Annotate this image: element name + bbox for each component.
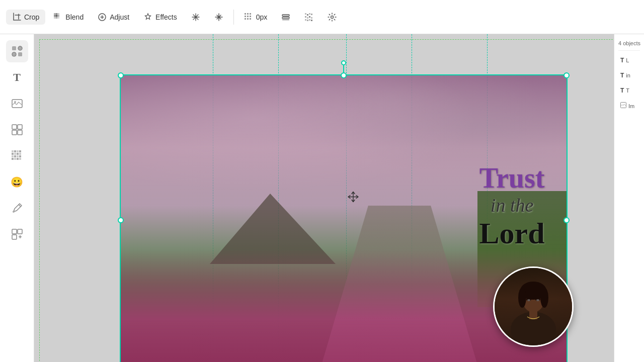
rotation-line [343, 64, 344, 75]
svg-rect-5 [245, 13, 246, 15]
layer-item-4[interactable]: Im [618, 100, 640, 112]
svg-point-72 [527, 299, 530, 301]
grid-small-icon [244, 13, 253, 22]
text-layer-icon-2: T [620, 72, 624, 79]
rotation-handle[interactable] [341, 60, 346, 65]
settings-button[interactable] [321, 10, 343, 25]
webcam-overlay [493, 266, 574, 347]
stack-button[interactable] [275, 10, 296, 25]
svg-rect-30 [12, 46, 16, 50]
blend-icon [53, 13, 62, 22]
move-cursor [348, 192, 359, 205]
svg-point-58 [13, 211, 15, 213]
emoji-icon: 😀 [11, 176, 23, 188]
svg-rect-8 [245, 16, 246, 17]
position-value-button[interactable]: 0px [238, 10, 274, 25]
svg-rect-6 [247, 13, 249, 15]
svg-rect-43 [14, 150, 16, 152]
text-layer-icon-3: T [620, 87, 624, 94]
svg-rect-61 [12, 235, 17, 239]
svg-rect-22 [307, 17, 308, 19]
adjust-button[interactable]: Adjust [92, 10, 135, 25]
noise-button[interactable] [298, 10, 319, 25]
svg-rect-57 [19, 158, 21, 160]
sidebar-add-button[interactable] [6, 223, 28, 245]
sidebar-emoji-button[interactable]: 😀 [6, 171, 28, 193]
svg-rect-38 [12, 125, 17, 129]
position-icon [214, 13, 223, 22]
svg-rect-21 [305, 16, 306, 18]
svg-rect-56 [17, 158, 19, 160]
svg-rect-44 [17, 150, 19, 152]
star-button[interactable] [185, 10, 206, 25]
toolbar-separator [233, 10, 234, 25]
star-icon [191, 13, 200, 22]
sidebar-pattern-button[interactable] [6, 145, 28, 167]
svg-rect-14 [282, 15, 289, 16]
svg-rect-24 [311, 17, 312, 19]
trust-line2: in the [479, 194, 545, 216]
layer-item-2[interactable]: T in [618, 70, 640, 81]
svg-rect-60 [18, 229, 22, 234]
layer-label-2: in [626, 72, 630, 78]
svg-rect-42 [12, 150, 14, 152]
trust-text-block: Trust in the Lord [479, 162, 545, 251]
sidebar-paint-button[interactable] [6, 197, 28, 219]
svg-rect-7 [250, 13, 251, 15]
svg-rect-16 [282, 20, 289, 20]
crop-button[interactable]: Crop [6, 10, 45, 25]
add-icon [12, 229, 23, 240]
sidebar-text-button[interactable]: T [6, 66, 28, 88]
svg-rect-53 [19, 155, 21, 157]
svg-rect-10 [250, 16, 251, 17]
layer-item-1[interactable]: T L [618, 55, 640, 66]
effects-button[interactable]: Effects [137, 10, 183, 25]
svg-rect-59 [12, 229, 17, 234]
svg-rect-12 [247, 18, 249, 20]
position-button[interactable] [208, 10, 229, 25]
layer-label-3: T [626, 87, 629, 94]
svg-rect-40 [12, 130, 17, 135]
sidebar-elements-button[interactable] [6, 40, 28, 62]
crop-label: Crop [24, 13, 39, 21]
svg-rect-39 [18, 125, 22, 129]
svg-rect-27 [309, 19, 310, 21]
svg-point-67 [540, 288, 548, 308]
svg-rect-52 [17, 155, 19, 157]
main-layout: T [0, 34, 644, 362]
left-sidebar: T [0, 34, 34, 362]
image-layer-icon [620, 102, 626, 110]
svg-point-29 [331, 16, 334, 18]
svg-rect-48 [17, 153, 19, 155]
svg-point-66 [518, 288, 526, 308]
sidebar-image-button[interactable] [6, 93, 28, 115]
svg-rect-41 [18, 130, 22, 135]
sidebar-grid-button[interactable] [6, 119, 28, 141]
svg-rect-13 [250, 18, 251, 20]
layer-item-3[interactable]: T T [618, 85, 640, 96]
blend-button[interactable]: Blend [47, 10, 90, 25]
text-sidebar-icon: T [13, 71, 21, 84]
svg-rect-15 [282, 17, 289, 19]
objects-count: 4 objects [618, 40, 640, 51]
noise-icon [304, 13, 313, 22]
person-silhouette [498, 272, 569, 342]
svg-rect-47 [14, 153, 16, 155]
svg-rect-50 [12, 155, 14, 157]
canvas-area[interactable]: Trust in the Lord [34, 34, 614, 362]
image-icon [12, 98, 23, 109]
svg-point-73 [536, 299, 539, 301]
blend-label: Blend [65, 13, 84, 21]
svg-rect-3 [56, 15, 59, 19]
svg-rect-18 [307, 14, 308, 16]
svg-rect-17 [305, 13, 306, 15]
svg-rect-46 [12, 153, 14, 155]
svg-rect-9 [247, 16, 249, 17]
svg-rect-23 [309, 16, 310, 18]
position-value: 0px [256, 13, 268, 21]
layer-label-4: Im [628, 103, 634, 109]
layer-label-1: L [626, 57, 629, 63]
trust-line3: Lord [479, 216, 545, 251]
adjust-label: Adjust [110, 13, 129, 21]
trust-line1: Trust [479, 162, 545, 194]
